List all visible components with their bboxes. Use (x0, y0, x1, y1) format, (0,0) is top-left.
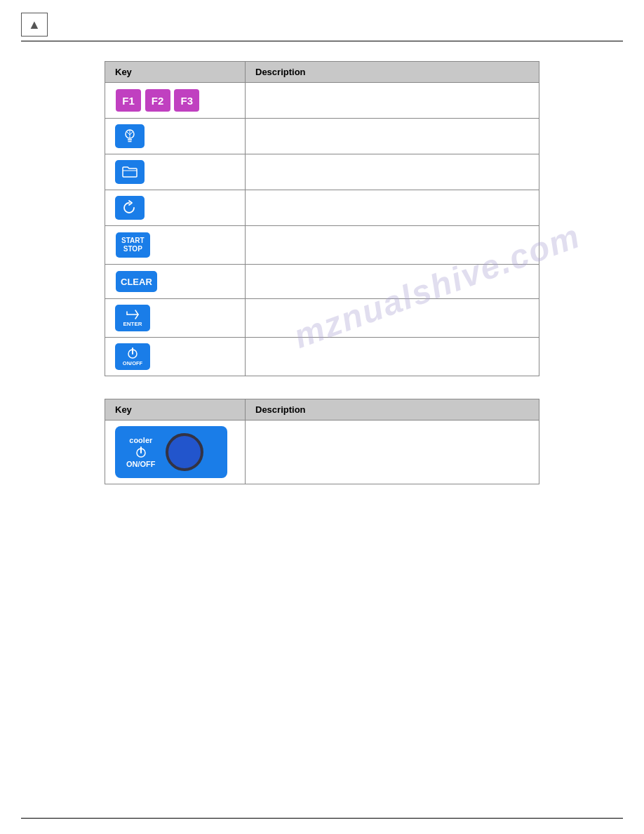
col1-header: Key (105, 62, 246, 83)
logo-icon: ▲ (21, 13, 48, 37)
clear-button[interactable]: CLEAR (116, 271, 157, 292)
table-row: ON/OFF (105, 338, 539, 376)
enter-icon (126, 309, 140, 320)
folder-icon (122, 166, 137, 178)
table-row (105, 119, 539, 154)
rotate-button[interactable] (115, 196, 145, 220)
key-cell: ENTER (105, 299, 246, 338)
lightbulb-icon (123, 128, 137, 144)
description-cell (246, 190, 539, 226)
cooler-key-cell: cooler ON/OFF (105, 421, 246, 484)
key-cell: F1 F2 F3 (105, 83, 246, 119)
footer-divider (21, 818, 623, 819)
table-row (105, 154, 539, 190)
onoff-label: ON/OFF (123, 360, 142, 366)
f1-button[interactable]: F1 (116, 89, 141, 112)
description-cell (246, 299, 539, 338)
svg-line-4 (127, 132, 130, 135)
f3-button[interactable]: F3 (174, 89, 199, 112)
lightbulb-button[interactable] (115, 124, 145, 148)
svg-line-5 (130, 132, 133, 135)
button-reference-section: Key Description F1 F2 F3 (21, 61, 623, 376)
enter-label: ENTER (123, 321, 142, 327)
col2-header: Description (246, 62, 539, 83)
table-row: START STOP (105, 226, 539, 265)
description-cell (246, 83, 539, 119)
description-cell (246, 265, 539, 299)
key-cell (105, 190, 246, 226)
table-row: CLEAR (105, 265, 539, 299)
key-cell: CLEAR (105, 265, 246, 299)
key-cell: ON/OFF (105, 338, 246, 376)
page-header: ▲ (21, 13, 623, 41)
cooler-col2-header: Description (246, 399, 539, 421)
description-cell (246, 119, 539, 154)
cooler-power-icon (135, 446, 147, 458)
f2-button[interactable]: F2 (145, 89, 170, 112)
onoff-button[interactable]: ON/OFF (115, 343, 150, 370)
key-cell (105, 154, 246, 190)
description-cell (246, 154, 539, 190)
description-cell (246, 226, 539, 265)
power-icon (126, 347, 139, 359)
rotate-icon (122, 200, 137, 216)
cooler-table: Key Description cooler (105, 399, 539, 484)
button-table: Key Description F1 F2 F3 (105, 61, 539, 376)
description-cell (246, 338, 539, 376)
cooler-label: cooler (129, 436, 152, 444)
table-row: cooler ON/OFF (105, 421, 539, 484)
cooler-section: Key Description cooler (21, 399, 623, 484)
cooler-col1-header: Key (105, 399, 246, 421)
key-cell (105, 119, 246, 154)
start-stop-button[interactable]: START STOP (116, 232, 150, 258)
table-row: ENTER (105, 299, 539, 338)
folder-button[interactable] (115, 160, 145, 184)
table-row (105, 190, 539, 226)
enter-button[interactable]: ENTER (115, 305, 150, 331)
cooler-onoff-label: ON/OFF (126, 460, 156, 468)
key-cell: START STOP (105, 226, 246, 265)
table-row: F1 F2 F3 (105, 83, 539, 119)
cooler-circle (166, 433, 203, 471)
cooler-button[interactable]: cooler ON/OFF (115, 426, 227, 478)
cooler-description-cell (246, 421, 539, 484)
